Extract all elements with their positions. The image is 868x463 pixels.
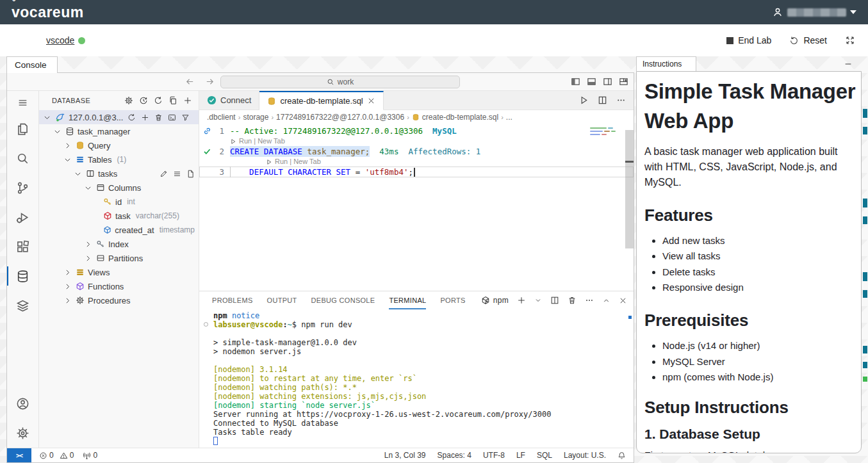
- terminal-dropdown-icon[interactable]: [534, 296, 542, 304]
- source-control-icon[interactable]: [7, 173, 38, 202]
- run-lens-play-icon[interactable]: [230, 138, 236, 145]
- tab-ports[interactable]: PORTS: [440, 291, 465, 309]
- run-lens-play-icon[interactable]: [266, 159, 272, 165]
- toggle-panel-icon[interactable]: [587, 77, 596, 86]
- connection-refresh-icon[interactable]: [127, 113, 136, 122]
- tree-procedures-row[interactable]: Procedures: [39, 293, 199, 307]
- breadcrumb-item[interactable]: storage: [243, 113, 268, 122]
- breadcrumb-item[interactable]: ...: [506, 113, 512, 122]
- notifications-bell-icon[interactable]: [618, 451, 626, 460]
- reset-button[interactable]: Reset: [789, 35, 827, 45]
- tab-output[interactable]: OUTPUT: [267, 291, 297, 309]
- lab-sub-header: vscode End Lab Reset: [0, 24, 868, 56]
- terminal-output[interactable]: npm notice labsuser@vscode:~$ npm run de…: [199, 309, 634, 448]
- tree-column-task-row[interactable]: taskvarchar(255): [39, 209, 199, 223]
- db-add-connection-icon[interactable]: [183, 96, 192, 105]
- tree-partitions-row[interactable]: Partitions: [39, 251, 199, 265]
- breadcrumb-item[interactable]: create-db-template.sql: [422, 113, 498, 122]
- remote-indicator[interactable]: ><: [7, 448, 31, 462]
- customize-layout-icon[interactable]: [619, 77, 628, 86]
- fullscreen-expand-icon[interactable]: [845, 35, 855, 45]
- tab-debug-console[interactable]: DEBUG CONSOLE: [311, 291, 375, 309]
- problems-status[interactable]: 0 0: [39, 451, 74, 460]
- tree-views-row[interactable]: Views: [39, 265, 199, 279]
- cursor-position-status[interactable]: Ln 3, Col 39: [384, 451, 426, 460]
- editor-scrollbar[interactable]: [625, 130, 634, 248]
- split-editor-icon[interactable]: [598, 95, 607, 105]
- tab-create-db-template[interactable]: create-db-template.sql: [259, 91, 383, 110]
- panel-more-icon[interactable]: [585, 296, 594, 305]
- breadcrumb[interactable]: .dbclient› storage› 1772489167322@@127.0…: [199, 110, 634, 124]
- tab-terminal[interactable]: TERMINAL: [389, 291, 426, 309]
- layers-icon[interactable]: [7, 291, 38, 320]
- partitions-icon: [96, 254, 105, 263]
- search-sidebar-icon[interactable]: [7, 143, 38, 173]
- tree-query-row[interactable]: Query: [39, 138, 199, 152]
- table-menu-icon[interactable]: [173, 170, 181, 178]
- menu-icon[interactable]: [7, 91, 38, 114]
- extensions-icon[interactable]: [7, 232, 38, 261]
- minimize-instructions-icon[interactable]: [844, 60, 853, 69]
- toggle-sidebar-icon[interactable]: [571, 77, 580, 86]
- db-settings-icon[interactable]: [124, 96, 133, 105]
- tree-column-created-row[interactable]: created_attimestamp: [39, 223, 199, 237]
- keyboard-layout-status[interactable]: Layout: U.S.: [564, 451, 606, 460]
- tree-tables-row[interactable]: Tables(1): [39, 152, 199, 167]
- tree-index-row[interactable]: Index: [39, 237, 199, 251]
- tree-columns-row[interactable]: Columns: [39, 181, 199, 195]
- run-debug-icon[interactable]: [7, 202, 38, 232]
- db-refresh-icon[interactable]: [154, 96, 163, 105]
- tree-functions-row[interactable]: Functions: [39, 279, 199, 293]
- db-history-icon[interactable]: [139, 96, 148, 105]
- code-editor[interactable]: 1 -- Active: 1772489167322@@127.0.0.1@33…: [199, 124, 634, 291]
- connection-delete-icon[interactable]: [154, 113, 163, 122]
- codelens-run-2[interactable]: Run | New Tab: [199, 157, 634, 167]
- terminal-process-npm[interactable]: npm: [481, 296, 509, 305]
- maximize-panel-icon[interactable]: [602, 296, 610, 305]
- connection-terminal-icon[interactable]: [168, 113, 176, 122]
- command-center-search[interactable]: work: [220, 76, 460, 88]
- settings-gear-icon[interactable]: [7, 418, 38, 448]
- connection-link-icon[interactable]: [203, 127, 211, 135]
- end-lab-button[interactable]: End Lab: [726, 35, 771, 45]
- indentation-status[interactable]: Spaces: 4: [438, 451, 471, 460]
- connection-add-icon[interactable]: [141, 113, 149, 122]
- new-terminal-icon[interactable]: [517, 296, 526, 305]
- ports-status[interactable]: 0: [83, 451, 97, 460]
- nav-back-icon[interactable]: [185, 77, 195, 86]
- account-icon[interactable]: [7, 389, 38, 418]
- breadcrumb-item[interactable]: .dbclient: [207, 113, 236, 122]
- instructions-panel[interactable]: Simple Task Manager Web App A basic task…: [636, 71, 862, 453]
- database-client-icon[interactable]: [7, 261, 38, 291]
- tab-connect[interactable]: Connect: [199, 91, 259, 110]
- tab-problems[interactable]: PROBLEMS: [212, 291, 253, 309]
- encoding-status[interactable]: UTF-8: [483, 451, 505, 460]
- toggle-secondary-sidebar-icon[interactable]: [603, 77, 612, 86]
- language-mode-status[interactable]: SQL: [537, 451, 552, 460]
- split-terminal-icon[interactable]: [550, 296, 559, 305]
- tree-column-id-row[interactable]: idint: [39, 195, 199, 209]
- tree-tasks-table-row[interactable]: tasks: [39, 167, 199, 181]
- terminal-scroll-mark: [628, 316, 632, 319]
- page-overview-scrollbar[interactable]: [862, 70, 868, 455]
- vscode-tab-link[interactable]: vscode: [46, 35, 85, 45]
- instructions-tab[interactable]: Instructions: [636, 56, 696, 71]
- console-tab[interactable]: Console: [6, 56, 58, 73]
- eol-status[interactable]: LF: [516, 451, 525, 460]
- kill-terminal-icon[interactable]: [568, 296, 577, 305]
- close-tab-icon[interactable]: [367, 97, 375, 105]
- breadcrumb-item[interactable]: 1772489167322@@127.0.0.1@3306: [276, 113, 404, 122]
- user-menu[interactable]: [772, 6, 856, 18]
- explorer-icon[interactable]: [7, 114, 38, 143]
- nav-forward-icon[interactable]: [205, 77, 215, 86]
- run-file-play-icon[interactable]: [579, 95, 589, 105]
- close-panel-icon[interactable]: [619, 296, 627, 305]
- editor-more-actions-icon[interactable]: [616, 95, 626, 105]
- tree-database-row[interactable]: task_manager: [39, 124, 199, 138]
- codelens-run-1[interactable]: Run | New Tab: [199, 136, 634, 146]
- connection-filter-icon[interactable]: [181, 113, 190, 122]
- edit-table-icon[interactable]: [160, 170, 168, 178]
- tree-connection-row[interactable]: 127.0.0.1@3...: [39, 110, 199, 124]
- db-duplicate-icon[interactable]: [168, 96, 177, 105]
- table-file-icon[interactable]: [186, 170, 195, 178]
